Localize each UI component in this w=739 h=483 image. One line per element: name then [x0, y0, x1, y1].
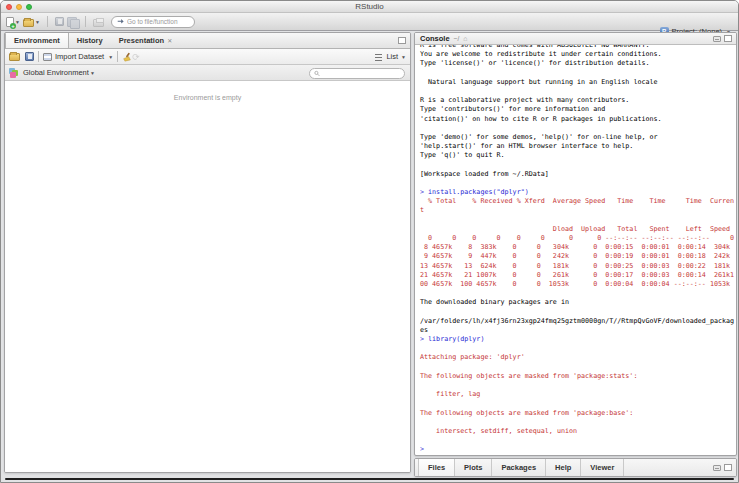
tab-packages[interactable]: Packages [492, 459, 546, 476]
console-working-dir: ~/ [454, 35, 460, 42]
console-line [420, 179, 736, 188]
environment-scope-row: Global Environment ▼ [5, 65, 410, 81]
rstudio-window: RStudio ▼ ▼ R [0, 0, 739, 483]
console-line [420, 87, 736, 96]
console-line: 9 4657k 9 447k 0 0 242k 0 0:00:19 0:00:0… [420, 252, 736, 261]
console-line: Attaching package: 'dplyr' [420, 353, 736, 362]
console-line: es [420, 326, 736, 335]
tab-help[interactable]: Help [546, 459, 581, 476]
toolbar-divider [117, 51, 118, 62]
load-workspace-button[interactable] [9, 53, 20, 61]
environment-search-box[interactable] [309, 68, 405, 79]
import-dataset-button[interactable]: Import Dataset ▼ [43, 52, 113, 61]
toolbar-divider [38, 51, 39, 62]
console-line [420, 399, 736, 408]
search-icon [314, 70, 320, 77]
chevron-down-icon: ▼ [401, 54, 406, 60]
console-line: > [420, 445, 736, 454]
console-line: Dload Upload Total Spent Left Speed [420, 225, 736, 234]
console-line [420, 289, 736, 298]
tab-history[interactable]: History [69, 33, 111, 48]
chevron-down-icon: ▼ [35, 19, 40, 25]
list-icon [375, 54, 382, 61]
chevron-down-icon: ▼ [108, 54, 113, 60]
console-line: > library(dplyr) [420, 335, 736, 344]
tab-viewer[interactable]: Viewer [581, 459, 624, 476]
console-line: You are welcome to redistribute it under… [420, 50, 736, 59]
console-line: 0 0 0 0 0 0 0 0 --:--:-- --:--:-- --:--:… [420, 234, 736, 243]
console-line: % Total % Received % Xferd Average Speed… [420, 197, 736, 206]
files-plots-pane: Files Plots Packages Help Viewer [414, 458, 737, 477]
tab-plots[interactable]: Plots [455, 459, 492, 476]
toolbar-divider [47, 16, 48, 27]
chevron-down-icon: ▼ [15, 19, 20, 25]
console-line: 21 4657k 21 1007k 0 0 261k 0 0:00:17 0:0… [420, 271, 736, 280]
console-pane: Console ~/ ⌂ R is free software and come… [414, 32, 737, 456]
new-file-button[interactable]: ▼ [6, 17, 20, 27]
console-line: The following objects are masked from 'p… [420, 409, 736, 418]
goto-file-input[interactable] [127, 18, 189, 25]
console-line [420, 307, 736, 316]
main-toolbar: ▼ ▼ R Project: (None) ▼ [1, 13, 738, 31]
console-line [420, 381, 736, 390]
console-line: 00 4657k 100 4657k 0 0 1053k 0 0:00:04 0… [420, 280, 736, 289]
bottom-tabbar: Files Plots Packages Help Viewer [415, 459, 736, 476]
maximize-pane-icon[interactable] [724, 464, 732, 471]
environment-tabbar: Environment History Presentation ✕ [5, 33, 410, 49]
close-icon[interactable]: ✕ [167, 37, 172, 44]
open-file-button[interactable]: ▼ [23, 17, 40, 27]
tab-environment[interactable]: Environment [5, 33, 69, 48]
console-line: 8 4657k 8 383k 0 0 304k 0 0:00:15 0:00:0… [420, 243, 736, 252]
toolbar-divider [85, 16, 86, 27]
save-button[interactable] [55, 17, 64, 26]
scope-selector[interactable]: Global Environment [23, 68, 89, 77]
window-title: RStudio [1, 2, 738, 11]
tab-presentation[interactable]: Presentation ✕ [111, 33, 180, 48]
console-line [420, 69, 736, 78]
console-line: The downloaded binary packages are in [420, 298, 736, 307]
minimize-pane-icon[interactable] [713, 465, 721, 471]
goto-file-box[interactable] [111, 16, 195, 28]
maximize-pane-icon[interactable] [398, 37, 406, 44]
console-line: > install.packages("dplyr") [420, 188, 736, 197]
console-output[interactable]: R is free software and comes with ABSOLU… [415, 45, 736, 455]
console-line: The following objects are masked from 'p… [420, 372, 736, 381]
save-all-button[interactable] [67, 17, 78, 27]
r-session-icon: ⌂ [463, 35, 467, 42]
console-line: Type 'demo()' for some demos, 'help()' f… [420, 133, 736, 142]
console-line: Type 'q()' to quit R. [420, 151, 736, 160]
global-environment-icon [9, 68, 19, 78]
tab-files[interactable]: Files [418, 459, 455, 476]
environment-body: Environment is empty [5, 94, 410, 473]
minimize-pane-icon[interactable] [713, 36, 721, 42]
console-line: 13 4657k 13 624k 0 0 181k 0 0:00:25 0:00… [420, 262, 736, 271]
chevron-down-icon: ▼ [90, 70, 95, 76]
environment-empty-text: Environment is empty [5, 94, 410, 101]
save-workspace-button[interactable] [25, 52, 34, 61]
console-line: filter, lag [420, 390, 736, 399]
console-line: t [420, 206, 736, 215]
window-bottom-edge [5, 478, 734, 480]
titlebar: RStudio [1, 1, 738, 13]
open-folder-icon [23, 19, 34, 27]
console-line [420, 436, 736, 445]
console-title: Console [420, 34, 450, 43]
clear-objects-broom-icon[interactable] [122, 52, 132, 62]
refresh-icon[interactable]: ⟳ [132, 52, 140, 62]
goto-arrow-icon [117, 18, 124, 25]
console-line: intersect, setdiff, setequal, union [420, 427, 736, 436]
console-line: Natural language support but running in … [420, 78, 736, 87]
environment-search-input[interactable] [322, 70, 400, 77]
print-button[interactable] [93, 19, 104, 27]
console-line [420, 160, 736, 169]
console-line: 'citation()' on how to cite R or R packa… [420, 115, 736, 124]
console-line [420, 418, 736, 427]
console-header: Console ~/ ⌂ [415, 33, 736, 45]
console-line [420, 344, 736, 353]
console-line [420, 216, 736, 225]
maximize-pane-icon[interactable] [724, 35, 732, 42]
import-dataset-icon [43, 53, 52, 61]
list-view-selector[interactable]: List ▼ [375, 52, 406, 61]
console-line: Type 'contributors()' for more informati… [420, 105, 736, 114]
console-line [420, 124, 736, 133]
